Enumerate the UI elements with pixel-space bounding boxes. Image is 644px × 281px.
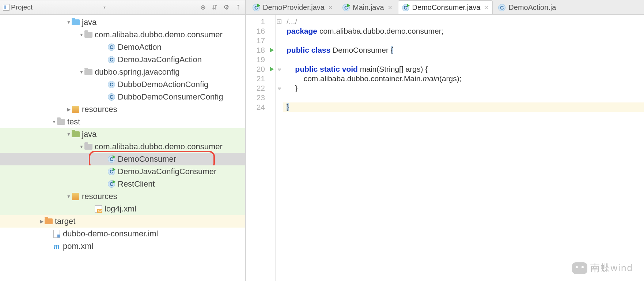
tree-row[interactable]: ▼test: [0, 116, 245, 128]
chevron-down-icon[interactable]: ▼: [66, 132, 72, 137]
chevron-down-icon[interactable]: ▼: [79, 32, 84, 37]
tree-row[interactable]: ▼com.alibaba.dubbo.demo.consumer: [0, 29, 245, 41]
java-class-icon: C: [107, 93, 115, 101]
tree-row[interactable]: CRestClient: [0, 178, 245, 190]
fold-gutter: + ⊖⊖: [276, 15, 283, 281]
folder-icon: [72, 130, 80, 138]
gear-icon[interactable]: ⚙: [222, 3, 231, 12]
run-method-icon[interactable]: [270, 67, 274, 71]
collapse-icon[interactable]: ⇵: [210, 3, 219, 12]
tree-label: pom.xml: [63, 241, 93, 251]
java-class-icon: C: [107, 80, 115, 89]
line-gutter: 1161718192021222324: [246, 15, 268, 281]
tree-label: java: [82, 18, 96, 27]
run-gutter: [268, 15, 276, 281]
java-runnable-class-icon: C: [253, 4, 260, 11]
line-number: 20: [246, 64, 265, 74]
tree-row[interactable]: CDubboDemoActionConfig: [0, 78, 245, 91]
line-number: 19: [246, 55, 265, 64]
line-number: 22: [246, 83, 265, 93]
java-runnable-class-icon: C: [107, 180, 115, 188]
xml-file-icon: [94, 205, 102, 213]
editor-tabs: CDemoProvider.java✕CMain.java✕CDemoConsu…: [246, 0, 644, 15]
tree-label: DemoJavaConfigConsumer: [118, 167, 216, 176]
folder-icon: [72, 18, 80, 26]
project-tree[interactable]: ▼java▼com.alibaba.dubbo.demo.consumerCDe…: [0, 15, 246, 281]
run-class-icon[interactable]: [270, 48, 274, 52]
fold-expand-icon[interactable]: +: [277, 19, 281, 24]
chevron-down-icon[interactable]: ▾: [103, 5, 106, 10]
line-number: 16: [246, 26, 265, 36]
line-number: 24: [246, 102, 265, 112]
tab-label: DemoAction.ja: [508, 3, 556, 12]
tree-row[interactable]: ▶target: [0, 215, 245, 228]
close-icon[interactable]: ✕: [484, 4, 489, 11]
tree-row[interactable]: CDemoAction: [0, 41, 245, 53]
java-class-icon: C: [107, 43, 115, 51]
tree-label: test: [67, 117, 80, 127]
editor-tab[interactable]: CDemoAction.ja: [494, 0, 560, 14]
chevron-down-icon[interactable]: ▼: [66, 20, 72, 25]
tree-row[interactable]: ▶resources: [0, 103, 245, 116]
tab-label: Main.java: [353, 3, 384, 12]
wechat-icon: [572, 262, 587, 274]
line-number: 21: [246, 74, 265, 83]
chevron-right-icon[interactable]: ▶: [39, 219, 45, 224]
tree-label: DemoConsumer: [118, 154, 176, 164]
tree-label: RestClient: [118, 179, 155, 189]
line-number: 1: [246, 17, 265, 26]
tree-label: DemoAction: [118, 42, 162, 52]
chevron-down-icon[interactable]: ▼: [79, 70, 84, 75]
close-icon[interactable]: ✕: [328, 4, 333, 11]
tree-row[interactable]: CDemoJavaConfigConsumer: [0, 165, 245, 178]
folder-icon: [84, 143, 92, 151]
folder-icon: [84, 68, 92, 76]
tree-label: target: [55, 217, 75, 226]
java-runnable-class-icon: C: [107, 168, 115, 176]
tree-label: DubboDemoActionConfig: [118, 80, 208, 89]
chevron-down-icon[interactable]: ▼: [79, 144, 84, 149]
tree-label: com.alibaba.dubbo.demo.consumer: [95, 30, 223, 40]
folder-icon: [84, 31, 92, 39]
tree-row[interactable]: CDubboDemoConsumerConfig: [0, 91, 245, 103]
editor-tab[interactable]: CMain.java✕: [338, 0, 397, 14]
java-class-icon: C: [107, 56, 115, 64]
tree-row[interactable]: ▼com.alibaba.dubbo.demo.consumer: [0, 140, 245, 153]
chevron-down-icon[interactable]: ▼: [51, 119, 57, 124]
project-title: Project: [11, 3, 101, 11]
tree-row[interactable]: dubbo-demo-consumer.iml: [0, 228, 245, 240]
project-icon: [3, 4, 10, 11]
tree-row[interactable]: log4j.xml: [0, 203, 245, 215]
tree-row[interactable]: CDemoJavaConfigAction: [0, 53, 245, 66]
code-editor[interactable]: 1161718192021222324 + ⊖⊖ /.../ package c…: [246, 15, 644, 281]
tree-row[interactable]: mpom.xml: [0, 240, 245, 252]
code-area[interactable]: /.../ package com.alibaba.dubbo.demo.con…: [283, 15, 644, 281]
tree-label: DubboDemoConsumerConfig: [118, 92, 223, 102]
watermark: 南蝶wind: [572, 262, 633, 274]
maven-icon: m: [53, 242, 61, 250]
tree-label: log4j.xml: [105, 204, 136, 214]
tree-label: DemoJavaConfigAction: [118, 55, 202, 64]
tree-row[interactable]: ▼dubbo.spring.javaconfig: [0, 66, 245, 78]
locate-icon[interactable]: ⊕: [198, 3, 207, 12]
tree-label: dubbo-demo-consumer.iml: [63, 229, 158, 239]
tree-label: resources: [82, 105, 117, 114]
tree-row[interactable]: CDemoConsumer: [0, 153, 245, 165]
hide-icon[interactable]: ⤒: [234, 3, 242, 12]
tree-row[interactable]: ▼java: [0, 128, 245, 140]
tab-label: DemoConsumer.java: [412, 3, 481, 12]
chevron-down-icon[interactable]: ▼: [66, 194, 72, 199]
tab-label: DemoProvider.java: [263, 3, 325, 12]
editor-tab[interactable]: CDemoProvider.java✕: [249, 0, 337, 14]
java-runnable-class-icon: C: [342, 4, 350, 11]
java-runnable-class-icon: C: [107, 155, 115, 163]
tree-label: dubbo.spring.javaconfig: [95, 67, 179, 77]
chevron-right-icon[interactable]: ▶: [66, 107, 72, 112]
tree-label: com.alibaba.dubbo.demo.consumer: [95, 142, 223, 151]
tree-row[interactable]: ▼resources: [0, 190, 245, 203]
resources-icon: [72, 192, 80, 201]
editor-tab[interactable]: CDemoConsumer.java✕: [398, 0, 493, 14]
close-icon[interactable]: ✕: [388, 4, 393, 11]
project-tool-header[interactable]: Project ▾ ⊕ ⇵ ⚙ ⤒: [0, 0, 246, 15]
tree-row[interactable]: ▼java: [0, 16, 245, 29]
